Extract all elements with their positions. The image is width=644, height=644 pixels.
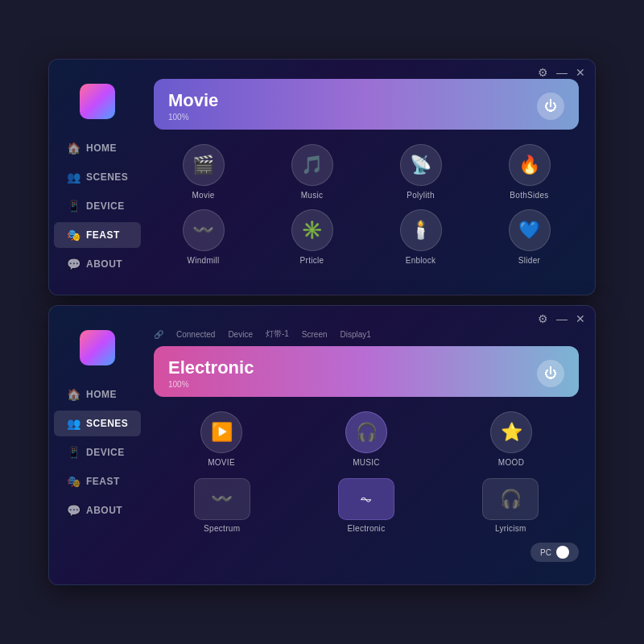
prticle-label: Prticle — [300, 256, 324, 265]
mood-label-2: MOOD — [498, 458, 524, 467]
music-label: Music — [301, 191, 324, 200]
mode-card-1[interactable]: Movie 100% ⏻ — [154, 79, 579, 130]
grid-item-prticle[interactable]: ✳️ Prticle — [262, 209, 361, 265]
pc-toggle-area: PC — [154, 536, 579, 562]
about-icon: 💬 — [67, 258, 80, 270]
mode-subtitle-1: 100% — [168, 113, 218, 122]
sidebar-item-device-2[interactable]: 📱 DEVICE — [54, 440, 141, 465]
panel-2: ⚙ — ✕ 🏠 HOME 👥 SCENES 📱 DEVICE 🎭 FE — [48, 305, 596, 585]
title-bar-2: ⚙ — ✕ — [528, 306, 595, 332]
title-bar-1: ⚙ — ✕ — [528, 60, 595, 85]
sub-item-lyricism[interactable]: 🎧 Lyricism — [443, 478, 579, 533]
connection-link-icon: 🔗 — [154, 330, 163, 339]
grid-item-movie-2[interactable]: ▶️ MOVIE — [154, 411, 289, 467]
top-effect-grid-2: ▶️ MOVIE 🎧 MUSIC ⭐ MOOD — [154, 400, 579, 470]
grid-item-polylith[interactable]: 📡 Polylith — [371, 144, 470, 200]
grid-item-music-2[interactable]: 🎧 MUSIC — [299, 411, 434, 467]
movie-circle-icon: ▶️ — [200, 411, 242, 453]
sidebar-item-home-2[interactable]: 🏠 HOME — [54, 382, 141, 407]
connection-bar: 🔗 Connected Device 灯带-1 Screen Display1 — [154, 325, 579, 346]
settings-icon-2[interactable]: ⚙ — [538, 312, 548, 325]
device-value: 灯带-1 — [266, 328, 289, 340]
panel-1-body: 🏠 HOME 👥 SCENES 📱 DEVICE 🎭 FEAST 💬 ABOUT — [49, 60, 595, 295]
music-circle-icon: 🎧 — [345, 411, 387, 453]
panel-1: ⚙ — ✕ 🏠 HOME 👥 SCENES 📱 DEVICE 🎭 FE — [48, 59, 596, 295]
app-logo-1 — [80, 84, 115, 119]
settings-icon[interactable]: ⚙ — [538, 66, 548, 79]
sidebar-1: 🏠 HOME 👥 SCENES 📱 DEVICE 🎭 FEAST 💬 ABOUT — [49, 69, 146, 285]
grid-item-music[interactable]: 🎵 Music — [262, 144, 361, 200]
spectrum-label: Spectrum — [204, 524, 240, 533]
sidebar-label-scenes: SCENES — [86, 171, 128, 183]
grid-item-bothsides[interactable]: 🔥 BothSides — [480, 144, 579, 200]
sidebar-label-device: DEVICE — [86, 200, 125, 212]
enblock-label: Enblock — [406, 256, 436, 265]
close-icon[interactable]: ✕ — [576, 66, 585, 79]
bothsides-icon: 🔥 — [509, 144, 551, 186]
sidebar-label-feast-2: FEAST — [86, 476, 120, 487]
minimize-icon-2[interactable]: — — [556, 312, 568, 325]
grid-item-slider[interactable]: 💙 Slider — [480, 209, 579, 265]
pc-toggle-label: PC — [540, 548, 551, 557]
minimize-icon[interactable]: — — [556, 66, 568, 79]
sidebar-label-about-2: ABOUT — [86, 505, 122, 516]
app-logo-2 — [80, 330, 115, 365]
mode-title-1: Movie — [168, 90, 218, 111]
grid-item-windmill[interactable]: 〰️ Windmill — [154, 209, 253, 265]
pc-toggle-button[interactable]: PC — [530, 543, 579, 562]
sidebar-item-home-1[interactable]: 🏠 HOME — [54, 135, 141, 161]
mode-subtitle-2: 100% — [168, 380, 254, 389]
sub-effect-grid-2: 〰️ Spectrum ⏦ Electronic 🎧 Lyricism — [154, 470, 579, 536]
slider-icon: 💙 — [509, 209, 551, 251]
sidebar-item-feast-1[interactable]: 🎭 FEAST — [54, 222, 141, 248]
prticle-icon: ✳️ — [291, 209, 333, 251]
grid-item-movie[interactable]: 🎬 Movie — [154, 144, 253, 200]
movie-icon: 🎬 — [183, 144, 225, 186]
sidebar-item-scenes-2[interactable]: 👥 SCENES — [54, 411, 141, 436]
electronic-square-icon: ⏦ — [338, 478, 394, 520]
power-button-2[interactable]: ⏻ — [537, 360, 564, 387]
screen-value: Display1 — [341, 330, 371, 339]
sidebar-label-about: ABOUT — [86, 258, 122, 270]
sidebar-item-feast-2[interactable]: 🎭 FEAST — [54, 469, 141, 494]
sub-item-spectrum[interactable]: 〰️ Spectrum — [154, 478, 290, 533]
slider-label: Slider — [518, 256, 540, 265]
toggle-dot — [556, 546, 569, 559]
windmill-icon: 〰️ — [183, 209, 225, 251]
home-icon: 🏠 — [67, 142, 80, 155]
electronic-label: Electronic — [348, 524, 386, 533]
scenes-icon: 👥 — [67, 171, 80, 184]
sidebar-label-feast: FEAST — [86, 229, 120, 241]
enblock-icon: 🕯️ — [400, 209, 442, 251]
mode-card-2[interactable]: Electronic 100% ⏻ — [154, 346, 579, 397]
movie-label-2: MOVIE — [208, 458, 235, 467]
mood-circle-icon: ⭐ — [490, 411, 532, 453]
sidebar-label-scenes-2: SCENES — [86, 418, 128, 429]
sidebar-item-device-1[interactable]: 📱 DEVICE — [54, 193, 141, 219]
mode-title-2: Electronic — [168, 357, 254, 378]
spectrum-square-icon: 〰️ — [194, 478, 250, 520]
close-icon-2[interactable]: ✕ — [576, 312, 585, 325]
sidebar-item-scenes-1[interactable]: 👥 SCENES — [54, 164, 141, 190]
sidebar-2: 🏠 HOME 👥 SCENES 📱 DEVICE 🎭 FEAST 💬 ABOUT — [49, 316, 146, 575]
device-icon: 📱 — [67, 200, 80, 213]
polylith-icon: 📡 — [400, 144, 442, 186]
windmill-label: Windmill — [187, 256, 219, 265]
sidebar-label-device-2: DEVICE — [86, 447, 125, 458]
feast-icon-2: 🎭 — [67, 475, 80, 488]
sidebar-item-about-2[interactable]: 💬 ABOUT — [54, 497, 141, 523]
connected-status: Connected — [176, 330, 215, 339]
power-button-1[interactable]: ⏻ — [537, 93, 564, 120]
sidebar-item-about-1[interactable]: 💬 ABOUT — [54, 251, 141, 277]
grid-item-mood-2[interactable]: ⭐ MOOD — [444, 411, 579, 467]
grid-item-enblock[interactable]: 🕯️ Enblock — [371, 209, 470, 265]
music-label-2: MUSIC — [353, 458, 380, 467]
about-icon-2: 💬 — [67, 504, 80, 517]
main-content-1: Movie 100% ⏻ 🎬 Movie 🎵 Music 📡 Polylith — [146, 69, 595, 285]
device-icon-2: 📱 — [67, 446, 80, 459]
bothsides-label: BothSides — [510, 191, 548, 200]
screen-label: Screen — [302, 330, 328, 339]
panel-2-body: 🏠 HOME 👥 SCENES 📱 DEVICE 🎭 FEAST 💬 ABOUT — [49, 306, 595, 584]
device-label: Device — [228, 330, 253, 339]
sub-item-electronic[interactable]: ⏦ Electronic — [298, 478, 434, 533]
